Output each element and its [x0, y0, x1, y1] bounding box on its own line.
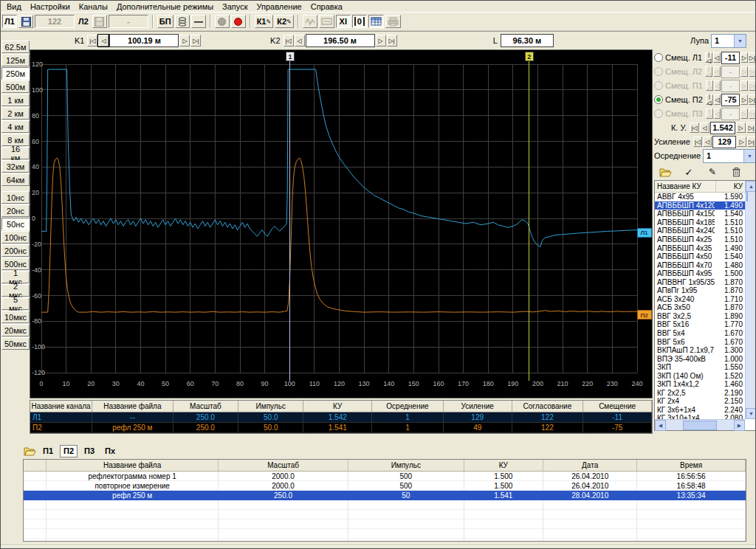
value-field[interactable]: -: [721, 66, 740, 78]
radio-Смещ--П1[interactable]: [654, 81, 663, 90]
spin-home-button[interactable]: |◁: [706, 108, 713, 119]
list-item[interactable]: ЗКП 1х4х1,21.460: [655, 380, 745, 389]
channel-row-П2[interactable]: П2рефл 250 м250.050.01.541149122-75: [30, 423, 652, 433]
menu-item-3[interactable]: Каналы: [76, 1, 114, 12]
menu-item-4[interactable]: Дополнительные режимы: [114, 1, 219, 12]
scroll-right-icon[interactable]: ▶: [734, 420, 745, 431]
list-item[interactable]: ВПЭ 35-400кВ1.000: [655, 354, 745, 363]
print-button[interactable]: [385, 15, 401, 28]
spin-end-button[interactable]: ▷|: [749, 80, 756, 91]
list-item[interactable]: АПВББШП 4х1501.540: [655, 210, 745, 218]
spin-home-button[interactable]: |◁: [693, 137, 702, 147]
list-item[interactable]: ВВГ 5х61.670: [655, 337, 745, 346]
pulse-width-button-10мкс[interactable]: 10мкс: [1, 311, 30, 323]
record-idle-button[interactable]: [215, 15, 230, 28]
spin-end-button[interactable]: ▷|: [749, 108, 756, 119]
scroll-left-icon[interactable]: ◀: [655, 420, 666, 431]
range-button-625м[interactable]: 62.5м: [1, 41, 30, 53]
pulse-width-button-50мкс[interactable]: 50мкс: [1, 337, 30, 350]
spin-right-button[interactable]: ▷: [740, 80, 748, 91]
spin-home-button[interactable]: |◁: [705, 66, 712, 77]
channel-row-Л1[interactable]: Л1--250.050.01.5421129122-11: [30, 412, 652, 423]
list-item[interactable]: ВВГ 3х2,51.890: [655, 312, 745, 321]
k1-left-button[interactable]: ◁: [98, 35, 109, 46]
list-item[interactable]: АПВББШП 4х701.480: [655, 260, 745, 269]
spin-right-button[interactable]: ▷: [740, 94, 748, 105]
list-item[interactable]: КГ 3х6+1х42.240: [655, 406, 745, 415]
pulse-width-button-20мкс[interactable]: 20мкс: [1, 324, 30, 336]
table-row[interactable]: повторное измерение2000.05001.50026.04.2…: [24, 481, 746, 491]
waveform-plot[interactable]: 0102030405060708090100110120130140150160…: [30, 49, 653, 398]
list-item[interactable]: АСБ 3х2401.710: [655, 295, 745, 304]
column-header-ku[interactable]: КУ: [716, 181, 745, 192]
list-item[interactable]: КГ 3х10+1х42.080: [655, 414, 745, 419]
spin-left-button[interactable]: ◁: [700, 122, 709, 133]
spin-home-button[interactable]: |◁: [706, 94, 713, 105]
range-button-2км[interactable]: 2 км: [1, 107, 30, 120]
spin-home-button[interactable]: |◁: [690, 122, 699, 133]
pulse-width-button-100нс[interactable]: 100нс: [1, 231, 30, 244]
table-row[interactable]: рефл 250 м250.0501.54128.04.201013:35:34: [24, 491, 746, 500]
table-row[interactable]: рефлектограмма номер 12000.05001.50026.0…: [24, 472, 746, 481]
horizontal-scrollbar[interactable]: ◀ ▶: [655, 419, 745, 430]
list-item[interactable]: АПВББШП 4х351.490: [655, 244, 745, 252]
spin-right-button[interactable]: ▷: [740, 52, 748, 63]
pulse-width-button-5мкс[interactable]: 5 мкс: [1, 297, 30, 310]
value-field[interactable]: 1.542: [710, 122, 735, 134]
panel-icon-button[interactable]: [319, 15, 334, 28]
k2-left-button[interactable]: ◁: [295, 35, 305, 46]
save-l1-button[interactable]: [18, 15, 33, 28]
radio-Смещ--Л1[interactable]: [654, 53, 663, 62]
list-item[interactable]: АПВББШП 4х501.540: [655, 252, 745, 261]
list-item[interactable]: АПВББШП 4х951.500: [655, 269, 745, 278]
range-button-32км[interactable]: 32км: [1, 160, 30, 173]
spin-left-button[interactable]: ◁: [714, 94, 721, 105]
tab-П3[interactable]: П3: [80, 445, 98, 458]
list-item[interactable]: ЗКП (140 Ом)1.520: [655, 371, 745, 380]
radio-Смещ--П3[interactable]: [654, 109, 663, 118]
k1-edit-button[interactable]: К1✎: [255, 15, 274, 28]
spin-right-button[interactable]: ▷: [740, 66, 748, 77]
spin-end-button[interactable]: ▷|: [749, 52, 756, 63]
record-button[interactable]: [231, 15, 246, 28]
spin-end-button[interactable]: ▷|: [749, 94, 756, 105]
list-item[interactable]: КГ 2х42.150: [655, 397, 745, 406]
list-item[interactable]: АПВББШП 4х251.510: [655, 235, 745, 244]
channel-l1-button[interactable]: Л1: [2, 15, 17, 28]
spin-end-button[interactable]: ▷|: [747, 137, 756, 147]
spin-right-button[interactable]: ▷: [736, 122, 746, 133]
k2-home-button[interactable]: |◁: [284, 35, 294, 46]
pulse-width-button-200нс[interactable]: 200нс: [1, 244, 30, 257]
k1-right-button[interactable]: ▷: [179, 35, 190, 46]
open-folder-button[interactable]: [659, 166, 672, 178]
table-view-button[interactable]: [368, 15, 384, 28]
list-item[interactable]: ВВГ 5х161.770: [655, 320, 745, 329]
value-field[interactable]: 129: [712, 136, 736, 148]
list-item[interactable]: ВКПАшП 2.1х9,71.300: [655, 346, 745, 355]
scroll-up-icon[interactable]: ▲: [746, 181, 756, 192]
scroll-down-icon[interactable]: ▼: [746, 408, 756, 419]
list-item[interactable]: АПВББШП 4х2401.510: [655, 227, 745, 235]
list-item[interactable]: ЗКП1.550: [655, 363, 745, 372]
pulse-width-button-20нс[interactable]: 20нс: [1, 204, 30, 217]
range-button-125м[interactable]: 125м: [1, 54, 30, 66]
range-button-1км[interactable]: 1 км: [1, 94, 30, 106]
radio-Смещ--Л2[interactable]: [654, 67, 663, 76]
stack-icon-button[interactable]: [175, 15, 190, 28]
save-l2-button[interactable]: [92, 15, 107, 28]
spin-right-button[interactable]: ▷: [737, 137, 746, 147]
value-field[interactable]: -75: [721, 94, 740, 106]
tab-П1[interactable]: П1: [39, 445, 57, 458]
k1-end-button[interactable]: ▷|: [190, 35, 201, 46]
list-item[interactable]: АПвПг 1х951.870: [655, 286, 745, 295]
averaging-select[interactable]: 1▼: [703, 149, 756, 163]
k2-end-button[interactable]: ▷|: [387, 35, 397, 46]
list-item[interactable]: АПВББШП 4х1201.490: [655, 201, 745, 210]
value-field[interactable]: -: [721, 80, 740, 92]
edit-ku-button[interactable]: ✎: [706, 166, 719, 178]
list-item[interactable]: АПВББШП 4х1851.510: [655, 218, 745, 227]
k2-right-button[interactable]: ▷: [376, 35, 386, 46]
k2-edit-button[interactable]: К2✎: [275, 15, 294, 28]
list-item[interactable]: КГ 2х2,52.190: [655, 389, 745, 398]
radio-Смещ--П2[interactable]: [654, 95, 663, 104]
